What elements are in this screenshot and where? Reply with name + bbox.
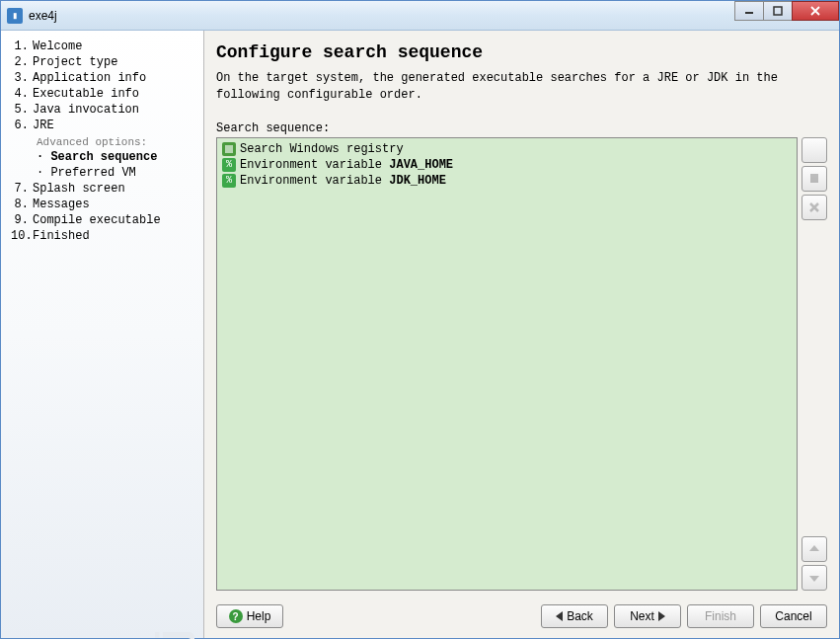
nav-step-finished[interactable]: 10.Finished bbox=[11, 228, 203, 244]
env-icon: % bbox=[222, 158, 236, 172]
main-panel: Configure search sequence On the target … bbox=[204, 31, 839, 638]
page-title: Configure search sequence bbox=[216, 40, 827, 70]
watermark: exe4j bbox=[148, 630, 195, 639]
arrow-right-icon bbox=[658, 611, 665, 621]
close-button[interactable] bbox=[792, 1, 839, 21]
nav-sub-search-sequence[interactable]: · Search sequence bbox=[11, 149, 203, 165]
add-button[interactable] bbox=[802, 137, 827, 163]
help-icon: ? bbox=[229, 609, 243, 623]
search-sequence-area: Search Windows registry % Environment va… bbox=[216, 137, 827, 591]
wizard-window: ▮ exe4j 1.Welcome 2.Project type 3.Appli… bbox=[0, 0, 840, 639]
help-button[interactable]: ? Help bbox=[216, 604, 283, 628]
list-button-column bbox=[802, 137, 827, 591]
nav-step-welcome[interactable]: 1.Welcome bbox=[11, 39, 203, 54]
maximize-button[interactable] bbox=[763, 1, 793, 21]
nav-step-executable-info[interactable]: 4.Executable info bbox=[11, 86, 203, 102]
edit-button[interactable] bbox=[802, 166, 827, 192]
nav-step-messages[interactable]: 8.Messages bbox=[11, 197, 203, 212]
wizard-steps-sidebar: 1.Welcome 2.Project type 3.Application i… bbox=[1, 31, 204, 638]
list-item-java-home[interactable]: % Environment variable JAVA_HOME bbox=[220, 157, 794, 173]
list-item-bold: JDK_HOME bbox=[389, 174, 446, 188]
list-item-prefix: Environment variable bbox=[240, 158, 389, 172]
minimize-button[interactable] bbox=[734, 1, 764, 21]
svg-rect-2 bbox=[225, 145, 233, 153]
svg-rect-1 bbox=[774, 7, 782, 15]
svg-rect-3 bbox=[810, 176, 818, 183]
nav-step-application-info[interactable]: 3.Application info bbox=[11, 70, 203, 86]
page-description: On the target system, the generated exec… bbox=[216, 70, 827, 121]
window-controls bbox=[735, 1, 839, 21]
registry-icon bbox=[222, 142, 236, 156]
nav-step-project-type[interactable]: 2.Project type bbox=[11, 54, 203, 70]
move-up-button[interactable] bbox=[802, 536, 827, 562]
list-item-prefix: Environment variable bbox=[240, 174, 389, 188]
list-item-bold: JAVA_HOME bbox=[389, 158, 453, 172]
env-icon: % bbox=[222, 174, 236, 188]
nav-step-jre[interactable]: 6.JRE bbox=[11, 118, 203, 133]
cancel-button[interactable]: Cancel bbox=[760, 604, 827, 628]
remove-button[interactable] bbox=[802, 195, 827, 220]
list-item-jdk-home[interactable]: % Environment variable JDK_HOME bbox=[220, 173, 794, 189]
nav-step-splash-screen[interactable]: 7.Splash screen bbox=[11, 181, 203, 197]
search-sequence-listbox[interactable]: Search Windows registry % Environment va… bbox=[216, 137, 798, 591]
move-down-button[interactable] bbox=[802, 565, 827, 591]
back-button[interactable]: Back bbox=[541, 604, 608, 628]
finish-button[interactable]: Finish bbox=[687, 604, 754, 628]
list-label: Search sequence: bbox=[216, 121, 827, 137]
svg-rect-0 bbox=[745, 12, 753, 14]
titlebar: ▮ exe4j bbox=[1, 1, 839, 31]
nav-step-compile-executable[interactable]: 9.Compile executable bbox=[11, 212, 203, 228]
client-area: 1.Welcome 2.Project type 3.Application i… bbox=[1, 31, 839, 638]
next-button[interactable]: Next bbox=[614, 604, 681, 628]
svg-rect-4 bbox=[810, 174, 818, 176]
list-item-registry[interactable]: Search Windows registry bbox=[220, 141, 794, 157]
nav-step-java-invocation[interactable]: 5.Java invocation bbox=[11, 102, 203, 118]
window-title: exe4j bbox=[29, 9, 57, 23]
advanced-options-label: Advanced options: bbox=[11, 133, 203, 149]
list-item-text: Search Windows registry bbox=[240, 142, 404, 156]
arrow-left-icon bbox=[556, 611, 563, 621]
nav-sub-preferred-vm[interactable]: · Preferred VM bbox=[11, 165, 203, 181]
app-icon: ▮ bbox=[7, 8, 23, 24]
wizard-footer: ? Help Back Next Finish Cancel bbox=[216, 599, 827, 628]
